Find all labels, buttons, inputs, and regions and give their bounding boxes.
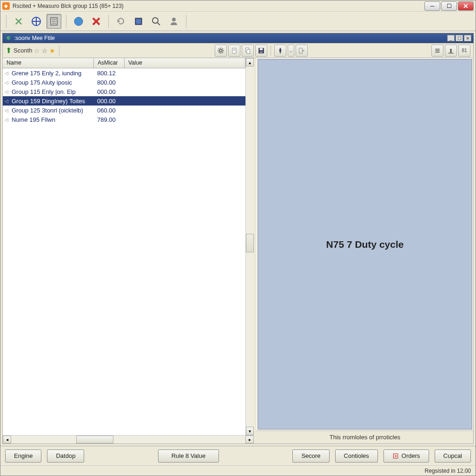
refresh-icon[interactable] (113, 14, 128, 29)
toolbar-separator (66, 15, 66, 28)
app-icon: ◆ (2, 2, 10, 10)
svg-rect-19 (260, 51, 262, 53)
main-window: ◆ Rscited + Measuro Blck group 115 (85+ … (0, 0, 476, 476)
pin-icon[interactable] (274, 45, 286, 57)
table-row[interactable]: ◁Group 115 Enly |on. Elp000.00 (3, 87, 245, 96)
table-row[interactable]: ◁Nume 195 Fllwn789.00 (3, 115, 245, 124)
svg-rect-7 (136, 19, 141, 24)
row-name: Nume 195 Fllwn (12, 116, 97, 123)
svg-line-9 (158, 23, 160, 25)
horizontal-scrollbar[interactable]: ◂ ▸ (3, 435, 254, 443)
orders-label: Orders (402, 452, 420, 459)
table-row[interactable]: ◁Grene 175 Enly 2, iunding800.12 (3, 68, 245, 78)
gear-icon[interactable] (215, 45, 227, 57)
page-icon[interactable] (228, 45, 240, 57)
star-filled-icon[interactable]: ★ (49, 47, 55, 54)
save-icon[interactable] (255, 45, 267, 57)
row-marker-icon: ◁ (5, 99, 10, 104)
minimize-button[interactable]: ─ (424, 1, 440, 11)
engine-button[interactable]: Engine (5, 450, 41, 463)
column-header-value[interactable]: Value (125, 58, 245, 68)
row-value: 000.00 (97, 98, 130, 105)
svg-rect-16 (247, 49, 250, 53)
svg-point-8 (152, 18, 158, 23)
maximize-button[interactable]: ☐ (441, 1, 457, 11)
table-row[interactable]: ◁Group 159 DingIney) Toites000.00 (3, 96, 245, 106)
status-text: Regsisted in 12.00 (425, 468, 471, 474)
svg-point-5 (74, 17, 83, 26)
scissors-icon[interactable] (11, 14, 26, 29)
scroll-down-button[interactable]: ▾ (246, 427, 254, 435)
scroll-track-h[interactable] (11, 436, 245, 443)
user-icon[interactable] (166, 14, 181, 29)
left-pane: Name AsMicar Value ◁Grene 175 Enly 2, iu… (3, 58, 254, 443)
search-icon[interactable] (149, 14, 164, 29)
more-icon[interactable]: .. (288, 45, 294, 57)
sub-minimize-button[interactable]: _ (447, 35, 455, 41)
toolbar-separator (271, 46, 271, 56)
globe-crosshair-icon[interactable] (29, 14, 44, 29)
scroll-left-button[interactable]: ◂ (3, 436, 11, 443)
svg-point-10 (172, 18, 176, 21)
rule-label: Rule 8 Value (172, 452, 205, 459)
toolbar-separator (108, 15, 109, 28)
scroll-right-button[interactable]: ▸ (245, 436, 254, 443)
secore-button[interactable]: Secore (292, 450, 329, 463)
svg-rect-25 (450, 49, 452, 53)
scroll-thumb-h[interactable] (76, 436, 113, 443)
engine-label: Engine (14, 452, 33, 459)
list-lines-icon[interactable] (431, 45, 443, 57)
orders-icon (392, 453, 399, 459)
sub-close-button[interactable]: ✕ (464, 35, 471, 41)
up-arrow-icon[interactable]: ⬆ (6, 46, 12, 55)
book-icon[interactable] (131, 14, 146, 29)
sub-maximize-button[interactable]: ☐ (456, 35, 463, 41)
cupcal-button[interactable]: Cupcal (435, 450, 471, 463)
row-name: Group 125 3tonrl (oicktelb) (12, 107, 97, 114)
scroll-track[interactable] (246, 66, 254, 427)
contoles-button[interactable]: Contioles (335, 450, 378, 463)
scroll-thumb[interactable] (246, 234, 254, 252)
sub-window-controls: _ ☐ ✕ (447, 35, 471, 41)
titlebar: ◆ Rscited + Measuro Blck group 115 (85+ … (0, 0, 476, 12)
column-header-asmicar[interactable]: AsMicar (94, 58, 125, 68)
status-bar: Regsisted in 12.00 (0, 465, 476, 476)
star-outline-icon[interactable]: ☆ (34, 47, 40, 54)
copy-icon[interactable] (242, 45, 254, 57)
sub-toolbar-left: ⬆ Sconth ☆ ✫ ★ (6, 46, 61, 56)
grid-81-icon[interactable]: 81 (458, 45, 470, 57)
row-marker-icon: ◁ (5, 89, 10, 94)
vertical-scrollbar[interactable]: ▴ ▾ (245, 58, 254, 435)
sub-titlebar: ✲ :soonv Mee Ftile _ ☐ ✕ (2, 33, 474, 43)
row-value: 800.00 (97, 79, 130, 86)
document-list-icon[interactable] (46, 14, 61, 29)
table-row[interactable]: ◁Group 175 Aluty iposic800.00 (3, 78, 245, 87)
table-body[interactable]: ◁Grene 175 Enly 2, iunding800.12◁Group 1… (3, 68, 245, 435)
sub-app-icon: ✲ (5, 34, 12, 42)
right-pane: N75 7 Duty cycle This rromloles of prrot… (257, 58, 473, 443)
row-name: Grene 175 Enly 2, iunding (12, 70, 97, 77)
orders-button[interactable]: Orders (383, 450, 429, 463)
sub-toolbar-right: .. 81 (215, 45, 470, 57)
align-bottom-icon[interactable] (445, 45, 457, 57)
main-toolbar (0, 12, 476, 31)
exit-icon[interactable] (296, 45, 308, 57)
sub-toolbar-label: Sconth (13, 47, 32, 54)
window-controls: ─ ☐ ✕ (424, 1, 474, 11)
secore-label: Secore (301, 452, 320, 459)
rule-value-button[interactable]: Rule 8 Value (158, 450, 219, 463)
svg-point-27 (395, 455, 397, 457)
globe-icon[interactable] (71, 14, 86, 29)
content-area: ✲ :soonv Mee Ftile _ ☐ ✕ ⬆ Sconth ☆ ✫ ★ (0, 31, 476, 446)
toolbar-separator (6, 15, 7, 28)
table-row[interactable]: ◁Group 125 3tonrl (oicktelb)060.00 (3, 106, 245, 115)
canvas-label: N75 7 Duty cycle (326, 239, 404, 250)
star-half-icon[interactable]: ✫ (42, 47, 47, 54)
datdop-button[interactable]: Datdop (47, 450, 84, 463)
close-button[interactable]: ✕ (458, 1, 474, 11)
column-header-name[interactable]: Name (3, 58, 94, 68)
scroll-up-button[interactable]: ▴ (246, 58, 254, 66)
row-value: 800.12 (97, 70, 130, 77)
delete-x-icon[interactable] (89, 14, 104, 29)
row-value: 000.00 (97, 88, 130, 95)
